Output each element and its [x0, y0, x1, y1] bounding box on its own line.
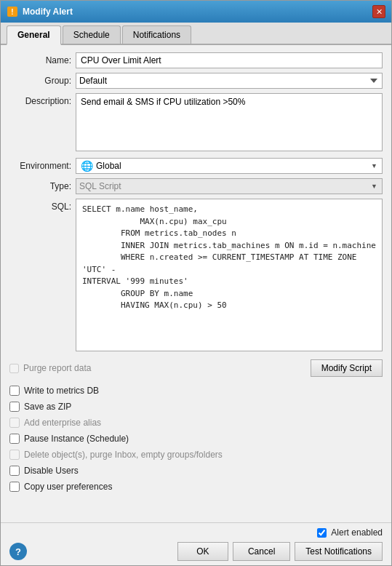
delete-objects-checkbox[interactable] — [9, 450, 20, 460]
window-title: Modify Alert — [23, 7, 73, 17]
group-label: Group: — [9, 73, 71, 86]
footer-buttons-right: OK Cancel Test Notifications — [177, 542, 383, 561]
purge-modify-row: Purge report data Modify Script — [9, 359, 383, 377]
title-bar: ! Modify Alert ✕ — [1, 1, 391, 23]
footer-buttons: ? OK Cancel Test Notifications — [9, 542, 383, 561]
group-field-wrapper: Default — [76, 73, 383, 89]
write-metrics-row: Write to metrics DB — [9, 384, 383, 397]
purge-report-label: Purge report data — [23, 363, 91, 373]
write-metrics-checkbox[interactable] — [9, 386, 20, 396]
pause-instance-row: Pause Instance (Schedule) — [9, 432, 383, 445]
group-row: Group: Default — [9, 73, 383, 89]
globe-icon: 🌐 — [81, 160, 93, 172]
environment-field-wrapper: 🌐 Global ▼ — [76, 158, 383, 174]
name-input[interactable] — [76, 52, 383, 68]
save-zip-row: Save as ZIP — [9, 400, 383, 413]
tab-notifications[interactable]: Notifications — [122, 25, 191, 44]
type-label: Type: — [9, 178, 71, 191]
type-dropdown-arrow: ▼ — [371, 183, 382, 190]
cancel-button[interactable]: Cancel — [233, 542, 290, 561]
pause-instance-checkbox[interactable] — [9, 434, 20, 444]
description-row: Description: Send email & SMS if CPU uti… — [9, 93, 383, 154]
type-row: Type: SQL Script ▼ — [9, 178, 383, 194]
alert-enabled-row: Alert enabled — [9, 527, 383, 538]
name-row: Name: — [9, 52, 383, 68]
svg-text:!: ! — [11, 8, 13, 16]
close-button[interactable]: ✕ — [372, 5, 385, 18]
delete-objects-row: Delete object(s), purge Inbox, empty gro… — [9, 448, 383, 461]
environment-select[interactable]: Global — [96, 161, 368, 171]
title-bar-left: ! Modify Alert — [7, 6, 73, 17]
purge-section: Purge report data — [9, 363, 91, 373]
type-select: SQL Script — [76, 179, 371, 194]
modify-alert-window: ! Modify Alert ✕ General Schedule Notifi… — [0, 0, 392, 566]
pause-instance-label: Pause Instance (Schedule) — [24, 434, 129, 444]
enterprise-alias-label: Add enterprise alias — [24, 418, 101, 428]
checkboxes-section: Write to metrics DB Save as ZIP Add ente… — [9, 384, 383, 493]
disable-users-checkbox[interactable] — [9, 466, 20, 476]
ok-button[interactable]: OK — [177, 542, 228, 561]
alert-enabled-checkbox[interactable] — [317, 528, 327, 538]
name-field-wrapper — [76, 52, 383, 68]
enterprise-alias-row: Add enterprise alias — [9, 416, 383, 429]
write-metrics-label: Write to metrics DB — [24, 386, 99, 396]
alert-title-icon: ! — [7, 6, 18, 17]
footer: Alert enabled ? OK Cancel Test Notificat… — [1, 522, 391, 565]
environment-select-wrapper: 🌐 Global ▼ — [76, 158, 383, 174]
test-notifications-button[interactable]: Test Notifications — [295, 542, 383, 561]
enterprise-alias-checkbox[interactable] — [9, 418, 20, 428]
description-field-wrapper: Send email & SMS if CPU utilization >50% — [76, 93, 383, 154]
sql-label: SQL: — [9, 199, 71, 212]
description-label: Description: — [9, 93, 71, 106]
type-field-wrapper: SQL Script ▼ — [76, 178, 383, 194]
alert-enabled-label: Alert enabled — [331, 527, 383, 538]
environment-row: Environment: 🌐 Global ▼ — [9, 158, 383, 174]
tab-schedule[interactable]: Schedule — [63, 25, 121, 44]
tab-general[interactable]: General — [7, 25, 61, 45]
save-zip-label: Save as ZIP — [24, 402, 71, 412]
sql-input[interactable]: SELECT m.name host_name, MAX(n.cpu) max_… — [76, 199, 383, 351]
disable-users-row: Disable Users — [9, 464, 383, 477]
purge-report-checkbox[interactable] — [9, 364, 19, 373]
disable-users-label: Disable Users — [24, 466, 79, 476]
sql-row: SQL: SELECT m.name host_name, MAX(n.cpu)… — [9, 199, 383, 354]
copy-prefs-row: Copy user preferences — [9, 480, 383, 493]
copy-prefs-label: Copy user preferences — [24, 482, 112, 492]
tabs-container: General Schedule Notifications — [1, 23, 391, 45]
delete-objects-label: Delete object(s), purge Inbox, empty gro… — [24, 450, 223, 460]
copy-prefs-checkbox[interactable] — [9, 482, 20, 492]
description-input[interactable]: Send email & SMS if CPU utilization >50% — [76, 93, 383, 151]
type-select-container: SQL Script ▼ — [76, 178, 383, 194]
group-select[interactable]: Default — [76, 73, 383, 89]
help-button[interactable]: ? — [9, 543, 27, 560]
save-zip-checkbox[interactable] — [9, 402, 20, 412]
name-label: Name: — [9, 52, 71, 65]
modify-script-button[interactable]: Modify Script — [311, 359, 383, 377]
sql-field-wrapper: SELECT m.name host_name, MAX(n.cpu) max_… — [76, 199, 383, 354]
environment-label: Environment: — [9, 158, 71, 171]
env-dropdown-arrow: ▼ — [371, 162, 377, 170]
content-area: Name: Group: Default Description: Send e… — [1, 45, 391, 522]
